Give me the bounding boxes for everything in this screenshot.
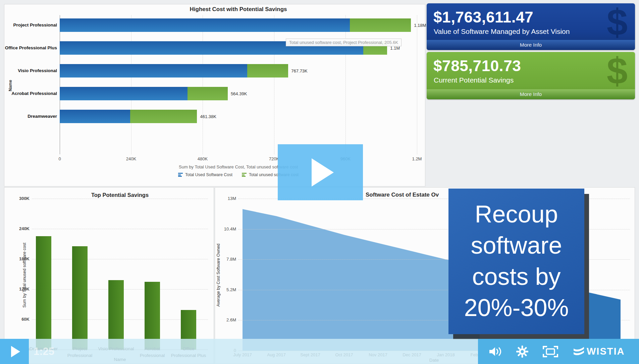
hbar-category-label: Acrobat Professional: [3, 91, 57, 96]
callout-recoup-message: Recoup software costs by 20%-30%: [448, 189, 584, 334]
video-frame: Highest Cost with Potential Savings Name…: [0, 0, 639, 364]
bar-unused-0[interactable]: [350, 18, 411, 32]
vbar-chart-title: Top Potential Savings: [32, 192, 208, 198]
bar-unused-4[interactable]: [130, 110, 197, 123]
legend-swatch-unused-icon: [242, 173, 247, 177]
hbar-category-label: Office Professional Plus: [3, 45, 57, 50]
hbar-x-tick: 240K: [121, 156, 141, 161]
hbar-category-label: Visio Professional: [3, 68, 57, 73]
area-y-tick: 10.4M: [220, 226, 236, 231]
player-control-bar-right: WISTIA: [478, 339, 639, 364]
fullscreen-icon: [542, 346, 558, 357]
callout-line: software: [448, 230, 584, 261]
area-y-axis-title: Average by Cost Software Owned: [216, 201, 221, 349]
hbar-legend: Total Used Software Cost Total unused so…: [60, 172, 417, 177]
bar-savings-0[interactable]: [36, 236, 51, 350]
more-info-button[interactable]: More Info: [427, 89, 635, 99]
dollar-sign-icon: $: [607, 3, 628, 44]
chart-tooltip: Total unused software cost, Project Prof…: [286, 39, 402, 46]
volume-button[interactable]: [487, 347, 503, 357]
gear-icon: [516, 346, 528, 358]
hbar-gridline: [131, 15, 131, 154]
bar-unused-2[interactable]: [247, 64, 288, 77]
hbar-x-tick: 0: [50, 156, 70, 161]
area-y-tick: 5.2M: [220, 287, 236, 292]
wistia-logo[interactable]: WISTIA: [573, 346, 625, 357]
hbar-gridline: [417, 15, 417, 154]
big-play-button[interactable]: [278, 144, 363, 200]
hbar-chart-title: Highest Cost with Potential Savings: [60, 6, 417, 13]
play-button[interactable]: [0, 339, 29, 364]
wistia-logo-text: WISTIA: [587, 346, 625, 357]
callout-line: 20%-30%: [448, 292, 584, 323]
wistia-wave-icon: [573, 347, 585, 357]
more-info-button[interactable]: More Info: [427, 40, 635, 50]
kpi-label: Current Potential Savings: [434, 76, 514, 84]
hbar-total-label: 1.1M: [390, 46, 400, 51]
kpi-value: $1,763,611.47: [433, 8, 533, 26]
hbar-category-label: Project Professional: [3, 22, 57, 28]
bar-used-2[interactable]: [60, 64, 247, 77]
vbar-gridline: [32, 229, 208, 229]
kpi-card-managed-value: $ $1,763,611.47 Value of Software Manage…: [427, 3, 635, 50]
volume-icon: [489, 347, 502, 357]
hbar-category-label: Dreamweaver: [3, 114, 57, 119]
hbar-x-tick: 1.2M: [407, 156, 427, 161]
play-icon: [312, 158, 334, 187]
hbar-gridline: [203, 15, 203, 154]
area-y-tick: 13M: [220, 196, 236, 201]
settings-button[interactable]: [515, 346, 530, 358]
area-y-tick: 7.8M: [220, 257, 236, 262]
area-chart-title: Software Cost of Estate Ov: [366, 192, 439, 198]
vbar-y-tick: 60K: [10, 317, 30, 322]
hbar-gridline: [345, 15, 346, 154]
kpi-value: $785,710.73: [433, 57, 521, 75]
callout-line: Recoup: [448, 199, 584, 230]
hbar-gridline: [274, 15, 274, 154]
callout-line: costs by: [448, 261, 584, 292]
legend-swatch-used-icon: [178, 173, 183, 177]
vbar-y-tick: 120K: [10, 287, 30, 292]
legend-item-used[interactable]: Total Used Software Cost: [178, 172, 232, 177]
hbar-total-label: 461.38K: [200, 114, 216, 119]
kpi-label: Value of Software Managed by Asset Visio…: [434, 28, 570, 36]
vbar-y-tick: 240K: [10, 226, 30, 231]
vbar-gridline: [32, 259, 208, 259]
time-display: 1:25: [34, 346, 54, 358]
bar-used-0[interactable]: [60, 18, 350, 32]
hbar-gridline: [60, 15, 60, 154]
vbar-y-axis-title: Sum by Total unused software cost: [22, 201, 27, 349]
bar-savings-1[interactable]: [72, 246, 88, 350]
hbar-total-label: 1.18M: [414, 23, 426, 28]
dollar-sign-icon: $: [607, 52, 628, 93]
hbar-total-label: 564.39K: [231, 91, 247, 96]
vbar-y-tick: 180K: [10, 256, 30, 261]
bar-used-3[interactable]: [60, 87, 188, 100]
kpi-card-potential-savings: $ $785,710.73 Current Potential Savings …: [427, 52, 635, 99]
bar-used-4[interactable]: [60, 110, 130, 123]
fullscreen-button[interactable]: [541, 346, 560, 357]
vbar-y-tick: 300K: [10, 196, 30, 201]
hbar-x-tick: 480K: [193, 156, 213, 161]
hbar-total-label: 767.73K: [291, 68, 307, 73]
area-y-tick: 2.6M: [220, 317, 236, 322]
play-icon: [11, 346, 20, 357]
hbar-x-axis-caption: Sum by Total Used Software Cost, Total u…: [60, 164, 417, 169]
legend-label-used: Total Used Software Cost: [185, 172, 232, 177]
bar-unused-3[interactable]: [188, 87, 228, 100]
vbar-gridline: [32, 199, 208, 199]
